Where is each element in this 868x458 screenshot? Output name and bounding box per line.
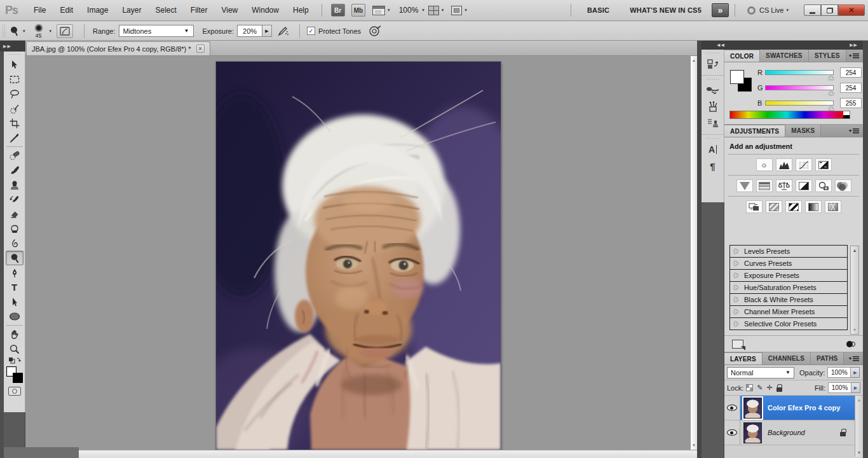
fill-input[interactable]: 100% bbox=[828, 382, 851, 393]
cs-live-button[interactable]: CS Live ▾ bbox=[747, 6, 789, 15]
character-panel-icon[interactable]: A bbox=[703, 141, 722, 158]
brush-preset-picker[interactable]: 45 bbox=[34, 24, 43, 39]
curves-presets-item[interactable]: Curves Presets bbox=[729, 257, 848, 270]
workspace-whats-new-button[interactable]: WHAT'S NEW IN CS5 bbox=[630, 6, 702, 14]
levels-presets-item[interactable]: Levels Presets bbox=[729, 245, 848, 258]
document-close-icon[interactable]: ✕ bbox=[196, 45, 205, 53]
launch-bridge-button[interactable]: Br bbox=[331, 4, 345, 17]
photo-filter-icon[interactable] bbox=[815, 179, 832, 192]
move-tool[interactable] bbox=[6, 57, 24, 72]
eye-icon[interactable] bbox=[727, 405, 737, 411]
crop-tool[interactable] bbox=[6, 116, 24, 130]
channel-mixer-icon[interactable] bbox=[835, 179, 851, 192]
airbrush-toggle-button[interactable] bbox=[276, 26, 289, 36]
expander-icon[interactable] bbox=[735, 249, 738, 254]
brush-presets-panel-icon[interactable] bbox=[703, 99, 722, 115]
gradient-map-icon[interactable] bbox=[805, 200, 822, 213]
panel-menu-icon[interactable]: ▾ bbox=[849, 356, 859, 361]
document-tab[interactable]: JBA.jpg @ 100% (Color Efex Pro 4 copy, R… bbox=[26, 41, 210, 55]
scroll-down-icon[interactable]: ▼ bbox=[691, 443, 697, 447]
visibility-cell[interactable] bbox=[724, 420, 740, 445]
color-balance-icon[interactable] bbox=[776, 179, 792, 192]
panel-menu-icon[interactable]: ▾ bbox=[849, 53, 859, 59]
lock-transparent-pixels-icon[interactable] bbox=[746, 384, 753, 391]
swap-colors-button[interactable] bbox=[6, 356, 24, 365]
selective-color-presets-item[interactable]: Selective Color Presets bbox=[729, 317, 848, 330]
opacity-slider-button[interactable]: ▶ bbox=[851, 367, 860, 378]
lasso-tool[interactable] bbox=[6, 87, 24, 101]
screen-mode-button[interactable]: ▾ bbox=[451, 6, 467, 15]
eyedropper-tool[interactable] bbox=[6, 130, 24, 145]
arrange-documents-button[interactable]: ▾ bbox=[428, 6, 444, 15]
history-brush-tool[interactable] bbox=[6, 192, 24, 207]
canvas-area[interactable] bbox=[25, 56, 690, 450]
black-white-presets-item[interactable]: Black & White Presets bbox=[729, 293, 848, 306]
curves-icon[interactable] bbox=[796, 158, 812, 171]
path-selection-tool[interactable] bbox=[6, 295, 24, 309]
panel-menu-icon[interactable]: ▾ bbox=[849, 128, 859, 134]
range-select[interactable]: Midtones ▼ bbox=[119, 25, 194, 37]
lock-all-icon[interactable] bbox=[776, 387, 782, 392]
zoom-tool[interactable] bbox=[6, 342, 24, 356]
quick-mask-button[interactable] bbox=[8, 387, 21, 396]
scroll-down-icon[interactable]: ▼ bbox=[851, 328, 858, 332]
exposure-input[interactable]: 20% bbox=[237, 25, 262, 37]
tab-layers[interactable]: LAYERS bbox=[724, 352, 763, 364]
tab-masks[interactable]: MASKS bbox=[785, 125, 821, 137]
lock-image-pixels-icon[interactable]: ✎ bbox=[757, 384, 763, 391]
type-tool[interactable]: T bbox=[6, 280, 24, 295]
visibility-cell[interactable] bbox=[724, 396, 740, 420]
menu-window[interactable]: Window bbox=[245, 0, 286, 20]
eye-icon[interactable] bbox=[727, 429, 737, 436]
white-black-ramp[interactable] bbox=[843, 111, 850, 118]
scroll-up-icon[interactable]: ▲ bbox=[691, 59, 697, 62]
hue-saturation-icon[interactable] bbox=[756, 179, 773, 192]
tab-color[interactable]: COLOR bbox=[724, 50, 760, 62]
workspace-overflow-button[interactable]: » bbox=[712, 3, 729, 17]
dock-gripper[interactable] bbox=[706, 78, 720, 81]
layer-row-color-efex[interactable]: Color Efex Pro 4 copy bbox=[724, 396, 863, 420]
red-value-input[interactable]: 254 bbox=[840, 67, 862, 78]
red-slider-thumb[interactable] bbox=[829, 76, 834, 80]
expand-panels-icon[interactable]: ▶▶ bbox=[850, 43, 858, 48]
foreground-background-swatches[interactable] bbox=[6, 366, 23, 383]
dodge-tool[interactable] bbox=[6, 251, 24, 265]
blue-value-input[interactable]: 255 bbox=[840, 98, 862, 108]
return-to-adjustment-list-icon[interactable] bbox=[732, 340, 743, 349]
green-value-input[interactable]: 254 bbox=[840, 83, 862, 93]
eraser-tool[interactable] bbox=[6, 207, 24, 221]
expander-icon[interactable] bbox=[735, 321, 738, 326]
menu-view[interactable]: View bbox=[214, 0, 245, 20]
switch-panel-to-expanded-view-icon[interactable] bbox=[846, 341, 855, 347]
exposure-icon[interactable] bbox=[815, 158, 832, 171]
blue-slider-thumb[interactable] bbox=[829, 106, 834, 110]
smudge-tool[interactable] bbox=[6, 236, 24, 251]
options-gripper[interactable] bbox=[2, 24, 5, 38]
expander-icon[interactable] bbox=[735, 273, 738, 278]
expander-icon[interactable] bbox=[735, 285, 738, 290]
tools-gripper[interactable] bbox=[8, 53, 22, 56]
green-slider[interactable] bbox=[765, 85, 834, 90]
paragraph-panel-icon[interactable]: ¶ bbox=[703, 158, 722, 174]
tab-swatches[interactable]: SWATCHES bbox=[760, 50, 809, 62]
vertical-scrollbar[interactable]: ▲ ▼ bbox=[690, 56, 697, 450]
tools-panel-collapse-button[interactable]: ▶▶ bbox=[0, 41, 25, 52]
red-slider[interactable] bbox=[765, 70, 834, 75]
tablet-pressure-button[interactable] bbox=[369, 25, 381, 37]
dock-gripper[interactable] bbox=[706, 52, 720, 55]
toggle-brush-panel-button[interactable] bbox=[57, 24, 73, 38]
layer-name[interactable]: Background bbox=[768, 429, 805, 436]
menu-select[interactable]: Select bbox=[148, 0, 183, 20]
clone-stamp-tool[interactable] bbox=[6, 177, 24, 192]
brightness-contrast-icon[interactable]: ☼ bbox=[756, 158, 773, 171]
layers-scrollbar[interactable]: ▲ ▼ bbox=[855, 396, 863, 457]
menu-help[interactable]: Help bbox=[286, 0, 316, 20]
foreground-color-swatch[interactable] bbox=[730, 70, 744, 84]
healing-brush-tool[interactable] bbox=[6, 148, 24, 163]
scroll-up-icon[interactable]: ▲ bbox=[851, 248, 858, 253]
menu-edit[interactable]: Edit bbox=[53, 0, 80, 20]
panel-dock-divider[interactable] bbox=[697, 41, 702, 458]
lock-position-icon[interactable]: ✛ bbox=[767, 384, 773, 391]
exposure-slider-button[interactable]: ▶ bbox=[262, 25, 272, 37]
rect-marquee-tool[interactable] bbox=[6, 72, 24, 87]
